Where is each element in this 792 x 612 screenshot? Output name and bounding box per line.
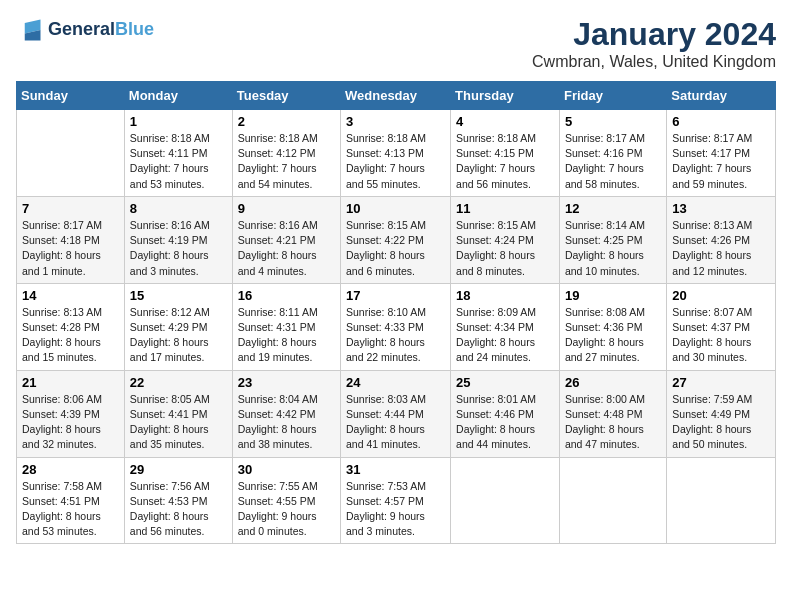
calendar-cell: 25Sunrise: 8:01 AM Sunset: 4:46 PM Dayli… [451, 370, 560, 457]
day-number: 29 [130, 462, 227, 477]
day-info: Sunrise: 8:04 AM Sunset: 4:42 PM Dayligh… [238, 392, 335, 453]
calendar-cell: 30Sunrise: 7:55 AM Sunset: 4:55 PM Dayli… [232, 457, 340, 544]
week-row-1: 1Sunrise: 8:18 AM Sunset: 4:11 PM Daylig… [17, 110, 776, 197]
day-number: 2 [238, 114, 335, 129]
calendar-cell: 4Sunrise: 8:18 AM Sunset: 4:15 PM Daylig… [451, 110, 560, 197]
calendar-cell: 29Sunrise: 7:56 AM Sunset: 4:53 PM Dayli… [124, 457, 232, 544]
weekday-header-friday: Friday [559, 82, 666, 110]
calendar-cell: 22Sunrise: 8:05 AM Sunset: 4:41 PM Dayli… [124, 370, 232, 457]
calendar-cell: 19Sunrise: 8:08 AM Sunset: 4:36 PM Dayli… [559, 283, 666, 370]
day-info: Sunrise: 8:16 AM Sunset: 4:19 PM Dayligh… [130, 218, 227, 279]
day-number: 10 [346, 201, 445, 216]
page-header: GeneralBlue January 2024 Cwmbran, Wales,… [16, 16, 776, 71]
day-info: Sunrise: 8:08 AM Sunset: 4:36 PM Dayligh… [565, 305, 661, 366]
day-info: Sunrise: 8:17 AM Sunset: 4:16 PM Dayligh… [565, 131, 661, 192]
calendar-cell: 5Sunrise: 8:17 AM Sunset: 4:16 PM Daylig… [559, 110, 666, 197]
calendar-cell: 9Sunrise: 8:16 AM Sunset: 4:21 PM Daylig… [232, 196, 340, 283]
calendar-cell: 8Sunrise: 8:16 AM Sunset: 4:19 PM Daylig… [124, 196, 232, 283]
location: Cwmbran, Wales, United Kingdom [532, 53, 776, 71]
day-number: 18 [456, 288, 554, 303]
logo-text: GeneralBlue [48, 20, 154, 40]
day-number: 3 [346, 114, 445, 129]
calendar-cell: 24Sunrise: 8:03 AM Sunset: 4:44 PM Dayli… [341, 370, 451, 457]
day-info: Sunrise: 8:03 AM Sunset: 4:44 PM Dayligh… [346, 392, 445, 453]
calendar-cell [17, 110, 125, 197]
calendar-cell: 20Sunrise: 8:07 AM Sunset: 4:37 PM Dayli… [667, 283, 776, 370]
day-number: 19 [565, 288, 661, 303]
day-number: 15 [130, 288, 227, 303]
day-info: Sunrise: 7:55 AM Sunset: 4:55 PM Dayligh… [238, 479, 335, 540]
day-number: 7 [22, 201, 119, 216]
day-info: Sunrise: 8:06 AM Sunset: 4:39 PM Dayligh… [22, 392, 119, 453]
day-info: Sunrise: 8:18 AM Sunset: 4:13 PM Dayligh… [346, 131, 445, 192]
calendar-cell: 6Sunrise: 8:17 AM Sunset: 4:17 PM Daylig… [667, 110, 776, 197]
calendar-cell: 10Sunrise: 8:15 AM Sunset: 4:22 PM Dayli… [341, 196, 451, 283]
calendar-cell: 1Sunrise: 8:18 AM Sunset: 4:11 PM Daylig… [124, 110, 232, 197]
day-info: Sunrise: 8:18 AM Sunset: 4:15 PM Dayligh… [456, 131, 554, 192]
week-row-3: 14Sunrise: 8:13 AM Sunset: 4:28 PM Dayli… [17, 283, 776, 370]
calendar-cell: 31Sunrise: 7:53 AM Sunset: 4:57 PM Dayli… [341, 457, 451, 544]
calendar-cell [451, 457, 560, 544]
calendar-cell [559, 457, 666, 544]
week-row-5: 28Sunrise: 7:58 AM Sunset: 4:51 PM Dayli… [17, 457, 776, 544]
day-number: 4 [456, 114, 554, 129]
day-number: 12 [565, 201, 661, 216]
day-info: Sunrise: 8:15 AM Sunset: 4:22 PM Dayligh… [346, 218, 445, 279]
calendar-cell: 23Sunrise: 8:04 AM Sunset: 4:42 PM Dayli… [232, 370, 340, 457]
day-number: 30 [238, 462, 335, 477]
calendar-table: SundayMondayTuesdayWednesdayThursdayFrid… [16, 81, 776, 544]
calendar-cell: 21Sunrise: 8:06 AM Sunset: 4:39 PM Dayli… [17, 370, 125, 457]
day-info: Sunrise: 8:12 AM Sunset: 4:29 PM Dayligh… [130, 305, 227, 366]
calendar-cell: 3Sunrise: 8:18 AM Sunset: 4:13 PM Daylig… [341, 110, 451, 197]
day-info: Sunrise: 8:17 AM Sunset: 4:18 PM Dayligh… [22, 218, 119, 279]
calendar-cell: 27Sunrise: 7:59 AM Sunset: 4:49 PM Dayli… [667, 370, 776, 457]
day-info: Sunrise: 8:05 AM Sunset: 4:41 PM Dayligh… [130, 392, 227, 453]
weekday-header-thursday: Thursday [451, 82, 560, 110]
day-info: Sunrise: 8:07 AM Sunset: 4:37 PM Dayligh… [672, 305, 770, 366]
weekday-header-row: SundayMondayTuesdayWednesdayThursdayFrid… [17, 82, 776, 110]
logo-icon [16, 16, 44, 44]
weekday-header-wednesday: Wednesday [341, 82, 451, 110]
day-info: Sunrise: 7:58 AM Sunset: 4:51 PM Dayligh… [22, 479, 119, 540]
day-number: 13 [672, 201, 770, 216]
day-number: 16 [238, 288, 335, 303]
day-info: Sunrise: 8:14 AM Sunset: 4:25 PM Dayligh… [565, 218, 661, 279]
day-info: Sunrise: 8:16 AM Sunset: 4:21 PM Dayligh… [238, 218, 335, 279]
calendar-cell: 7Sunrise: 8:17 AM Sunset: 4:18 PM Daylig… [17, 196, 125, 283]
day-info: Sunrise: 8:15 AM Sunset: 4:24 PM Dayligh… [456, 218, 554, 279]
day-number: 28 [22, 462, 119, 477]
week-row-4: 21Sunrise: 8:06 AM Sunset: 4:39 PM Dayli… [17, 370, 776, 457]
day-number: 26 [565, 375, 661, 390]
month-title: January 2024 [532, 16, 776, 53]
calendar-cell: 11Sunrise: 8:15 AM Sunset: 4:24 PM Dayli… [451, 196, 560, 283]
calendar-cell: 12Sunrise: 8:14 AM Sunset: 4:25 PM Dayli… [559, 196, 666, 283]
day-number: 24 [346, 375, 445, 390]
day-number: 5 [565, 114, 661, 129]
weekday-header-monday: Monday [124, 82, 232, 110]
day-info: Sunrise: 8:17 AM Sunset: 4:17 PM Dayligh… [672, 131, 770, 192]
weekday-header-sunday: Sunday [17, 82, 125, 110]
calendar-cell: 28Sunrise: 7:58 AM Sunset: 4:51 PM Dayli… [17, 457, 125, 544]
weekday-header-saturday: Saturday [667, 82, 776, 110]
calendar-cell: 15Sunrise: 8:12 AM Sunset: 4:29 PM Dayli… [124, 283, 232, 370]
day-info: Sunrise: 8:18 AM Sunset: 4:12 PM Dayligh… [238, 131, 335, 192]
day-number: 1 [130, 114, 227, 129]
day-info: Sunrise: 7:59 AM Sunset: 4:49 PM Dayligh… [672, 392, 770, 453]
day-number: 27 [672, 375, 770, 390]
day-number: 17 [346, 288, 445, 303]
day-number: 21 [22, 375, 119, 390]
day-info: Sunrise: 8:11 AM Sunset: 4:31 PM Dayligh… [238, 305, 335, 366]
day-info: Sunrise: 7:53 AM Sunset: 4:57 PM Dayligh… [346, 479, 445, 540]
calendar-cell [667, 457, 776, 544]
day-info: Sunrise: 8:13 AM Sunset: 4:28 PM Dayligh… [22, 305, 119, 366]
day-number: 23 [238, 375, 335, 390]
calendar-cell: 16Sunrise: 8:11 AM Sunset: 4:31 PM Dayli… [232, 283, 340, 370]
day-number: 20 [672, 288, 770, 303]
day-info: Sunrise: 8:09 AM Sunset: 4:34 PM Dayligh… [456, 305, 554, 366]
day-number: 22 [130, 375, 227, 390]
day-info: Sunrise: 8:00 AM Sunset: 4:48 PM Dayligh… [565, 392, 661, 453]
day-info: Sunrise: 8:18 AM Sunset: 4:11 PM Dayligh… [130, 131, 227, 192]
calendar-cell: 17Sunrise: 8:10 AM Sunset: 4:33 PM Dayli… [341, 283, 451, 370]
day-number: 25 [456, 375, 554, 390]
day-number: 9 [238, 201, 335, 216]
